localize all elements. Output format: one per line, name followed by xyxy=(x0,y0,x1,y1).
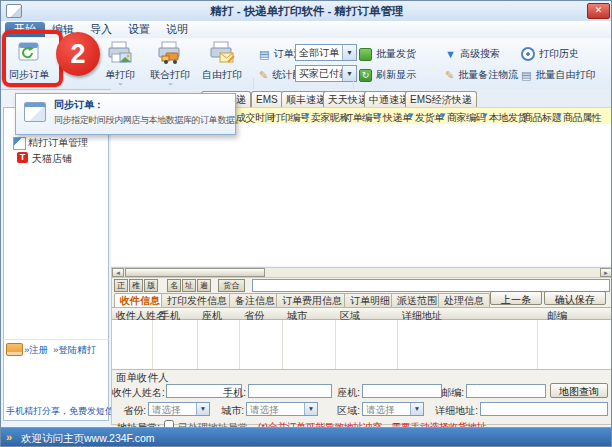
tab-order-fee-info[interactable]: 订单费用信息 xyxy=(276,293,348,307)
clock-icon xyxy=(521,47,535,61)
batch-free-print-label: 批量自由打印 xyxy=(535,68,595,82)
tab-print-sender-info[interactable]: 打印发件信息 xyxy=(161,293,233,307)
menu-help[interactable]: 说明 xyxy=(157,22,197,37)
recipient-list-body[interactable] xyxy=(112,320,612,370)
mini-button-7[interactable]: 货合 xyxy=(218,279,245,292)
order-detail-panel: 正 稚 版 名 址 遍 货合 收件信息 打印发件信息 备注信息 订单费用信息 订… xyxy=(111,278,612,425)
filter-funnel-icon[interactable]: ▼ xyxy=(439,111,447,120)
tab-delivery-range[interactable]: 派送范围 xyxy=(391,293,443,307)
order-manage-icon xyxy=(13,137,26,150)
print-history-button[interactable]: 打印历史 xyxy=(521,47,579,61)
tooltip-title: 同步订单： xyxy=(54,98,104,112)
mini-button-5[interactable]: 址 xyxy=(182,279,196,292)
filter-funnel-icon[interactable]: ▼ xyxy=(407,111,415,120)
mini-button-1[interactable]: 正 xyxy=(114,279,128,292)
confirm-save-button[interactable]: 确认保存 xyxy=(544,291,606,305)
address-input[interactable] xyxy=(480,402,608,416)
refresh-label: 刷新显示 xyxy=(376,68,416,82)
batch-ship-label: 批量发货 xyxy=(376,47,416,61)
scroll-right-icon[interactable]: ► xyxy=(600,268,612,277)
order-filter-value: 全部订单 xyxy=(296,46,342,60)
dropdown-caret-icon: ▼ xyxy=(196,403,209,415)
province-select[interactable]: 请选择 ▼ xyxy=(148,402,210,416)
title-bar: 精打 - 快递单打印软件 - 精打订单管理 ✕ xyxy=(1,1,612,22)
status-chevron-icon: » xyxy=(6,431,12,443)
batch-note-logistics-label: 批量备注物流 xyxy=(458,68,518,82)
col-local-ship[interactable]: 本地发货 xyxy=(489,111,527,125)
column-divider xyxy=(537,320,538,369)
tab-order-lines[interactable]: 订单明细 xyxy=(344,293,396,307)
dropdown-caret-icon: ▼ xyxy=(410,403,423,415)
tmall-shop-icon: T xyxy=(17,152,28,163)
tree-root-order-manage[interactable]: 精打订单管理 xyxy=(28,136,88,150)
joint-print-icon xyxy=(156,40,184,66)
filter-funnel-icon[interactable]: ▼ xyxy=(303,111,311,120)
prev-record-button[interactable]: 上一条 xyxy=(490,291,542,305)
scroll-thumb[interactable] xyxy=(125,268,265,277)
mini-button-2[interactable]: 稚 xyxy=(129,279,143,292)
order-grid-body[interactable] xyxy=(111,124,612,266)
province-label: 省份: xyxy=(120,404,146,418)
column-divider xyxy=(335,320,336,369)
menu-bar: 开始 编辑 导入 设置 说明 xyxy=(1,21,612,39)
annotation-step-badge: 2 xyxy=(56,32,100,76)
order-filter-select[interactable]: 全部订单 ▼ xyxy=(295,44,357,61)
tab-process-info[interactable]: 处理信息 xyxy=(438,293,490,307)
tree-item-tmall-shop[interactable]: 天猫店铺 xyxy=(32,152,72,166)
package-icon xyxy=(359,48,372,61)
filter-funnel-icon[interactable]: ▼ xyxy=(375,111,383,120)
scroll-left-icon[interactable]: ◄ xyxy=(112,268,124,277)
status-bar: » 欢迎访问主页www.234F.com xyxy=(1,427,612,447)
zip-input[interactable] xyxy=(466,384,546,398)
col-item-attr[interactable]: 商品属性 xyxy=(563,111,601,125)
annotation-highlight-box xyxy=(2,30,63,87)
col-merchant-code[interactable]: 商家编码 xyxy=(447,111,485,125)
column-divider xyxy=(152,320,153,369)
mobile-input[interactable] xyxy=(248,384,332,398)
mobile-promo-link[interactable]: 手机精打分享，免费发短信 xyxy=(6,405,114,418)
tab-ems-economy[interactable]: EMS经济快递 xyxy=(405,91,477,107)
column-divider xyxy=(239,320,240,369)
free-print-button[interactable]: 自由打印 xyxy=(197,40,247,86)
mini-button-3[interactable]: 版 xyxy=(144,279,158,292)
tab-remark-info[interactable]: 备注信息 xyxy=(229,293,281,307)
grid-hscrollbar[interactable]: ◄ ► xyxy=(111,267,612,278)
dropdown-caret-icon: ▼ xyxy=(342,45,356,60)
mini-button-4[interactable]: 名 xyxy=(167,279,181,292)
column-divider xyxy=(197,320,198,369)
free-print-icon xyxy=(208,40,236,66)
batch-ship-button[interactable]: 批量发货 xyxy=(359,47,416,61)
refresh-button[interactable]: ↻ 刷新显示 xyxy=(359,68,416,82)
district-select[interactable]: 请选择 ▼ xyxy=(362,402,424,416)
chevron-down-icon[interactable]: ⌄ xyxy=(117,78,124,87)
mini-button-6[interactable]: 遍 xyxy=(197,279,211,292)
menu-settings[interactable]: 设置 xyxy=(119,22,159,37)
batch-free-print-button[interactable]: ▤ 批量自由打印 xyxy=(521,68,595,82)
filter-funnel-icon[interactable]: ▼ xyxy=(481,111,489,120)
tab-ems[interactable]: EMS xyxy=(251,91,283,107)
chevron-down-icon[interactable]: ⌄ xyxy=(167,78,174,87)
map-lookup-button[interactable]: 地图查询 xyxy=(550,383,608,398)
province-value: 请选择 xyxy=(149,403,196,415)
district-label: 区域: xyxy=(334,404,360,418)
filter-funnel-icon[interactable]: ▼ xyxy=(555,111,563,120)
close-button[interactable]: ✕ xyxy=(587,3,610,19)
tab-recipient-info[interactable]: 收件信息 xyxy=(114,293,166,307)
advanced-search-button[interactable]: ▼ 高级搜索 xyxy=(445,47,500,61)
printer-icon: ▤ xyxy=(521,70,531,81)
city-select[interactable]: 请选择 ▼ xyxy=(246,402,318,416)
status-welcome-text[interactable]: 欢迎访问主页www.234F.com xyxy=(21,432,155,446)
account-card-icon xyxy=(6,343,23,356)
window-title: 精打 - 快递单打印软件 - 精打订单管理 xyxy=(1,4,612,19)
city-value: 请选择 xyxy=(247,403,304,415)
zip-label: 邮编: xyxy=(438,386,464,400)
login-link[interactable]: »登陆精打 xyxy=(53,344,96,357)
phone-input[interactable] xyxy=(362,384,442,398)
batch-note-logistics-button[interactable]: ✎ 批量备注物流 xyxy=(445,68,518,82)
column-divider xyxy=(282,320,283,369)
dropdown-caret-icon: ▼ xyxy=(304,403,317,415)
district-value: 请选择 xyxy=(363,403,410,415)
phone-label: 座机: xyxy=(334,386,360,400)
register-link[interactable]: »注册 xyxy=(24,344,48,357)
status-filter-select[interactable]: 买家已付款(未 ▼ xyxy=(295,65,357,82)
